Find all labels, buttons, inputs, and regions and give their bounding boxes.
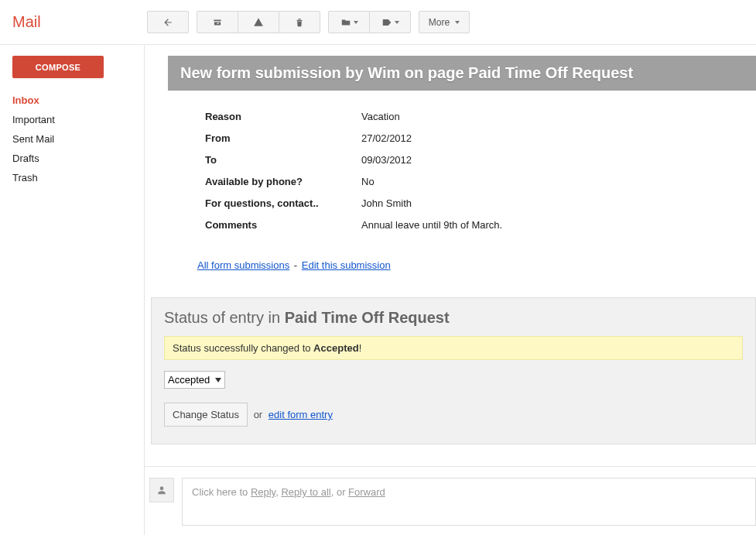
toolbar: More [144,11,470,33]
sidebar-item-trash[interactable]: Trash [12,168,144,187]
archive-button[interactable] [197,11,238,33]
field-row: To 09/03/2012 [205,154,756,166]
reply-all-link[interactable]: Reply to all [281,486,330,498]
delete-button[interactable] [279,11,320,33]
edit-form-entry-link[interactable]: edit form entry [269,409,333,420]
top-bar: Mail More [0,0,756,45]
status-select[interactable]: Accepted [164,371,225,389]
all-submissions-link[interactable]: All form submissions [197,259,289,271]
field-label: Comments [205,219,361,231]
field-label: Reason [205,111,361,122]
spam-icon [253,16,264,29]
app-brand: Mail [12,13,144,31]
field-row: Available by phone? No [205,176,756,187]
link-separator: - [294,259,297,271]
field-row: Comments Annual leave until 9th of March… [205,219,756,231]
move-to-button[interactable] [328,11,370,33]
form-fields: Reason Vacation From 27/02/2012 To 09/03… [168,111,756,231]
edit-submission-link[interactable]: Edit this submission [302,259,391,271]
back-button[interactable] [147,11,189,33]
field-row: Reason Vacation [205,111,756,122]
forward-link[interactable]: Forward [348,486,385,498]
person-icon [156,485,167,496]
avatar [149,478,174,502]
sidebar: COMPOSE Inbox Important Sent Mail Drafts… [0,45,144,535]
status-title-prefix: Status of entry in [164,309,285,326]
more-label: More [429,17,450,28]
folder-icon [340,16,351,29]
sidebar-item-drafts[interactable]: Drafts [12,149,144,168]
trash-icon [294,16,305,29]
action-group-1 [197,11,320,33]
reply-box[interactable]: Click here to Reply, Reply to all, or Fo… [182,478,756,526]
chevron-down-icon [395,21,399,24]
label-icon [381,16,392,29]
field-row: For questions, contact.. John Smith [205,197,756,209]
main-content: New form submission by Wim on page Paid … [144,45,756,535]
status-title-strong: Paid Time Off Request [285,309,450,326]
alert-suffix: ! [359,342,362,354]
message-header: New form submission by Wim on page Paid … [168,56,756,91]
back-arrow-icon [162,16,173,29]
field-label: For questions, contact.. [205,197,361,209]
layout: COMPOSE Inbox Important Sent Mail Drafts… [0,45,756,535]
change-status-button[interactable]: Change Status [164,403,248,427]
message-container: New form submission by Wim on page Paid … [145,45,756,526]
status-alert: Status successfully changed to Accepted! [164,336,743,360]
chevron-down-icon [354,21,358,24]
compose-button[interactable]: COMPOSE [12,56,104,78]
alert-prefix: Status successfully changed to [173,342,313,354]
field-value: Annual leave until 9th of March. [361,219,502,231]
sidebar-item-important[interactable]: Important [12,110,144,129]
status-panel: Status of entry in Paid Time Off Request… [151,297,756,444]
more-button[interactable]: More [419,11,470,33]
action-group-2 [328,11,411,33]
sidebar-item-sent[interactable]: Sent Mail [12,129,144,149]
field-value: 27/02/2012 [361,132,412,144]
archive-icon [212,16,223,29]
reply-prefix: Click here to [192,486,251,498]
field-label: From [205,132,361,144]
reply-sep2: , or [331,486,348,498]
field-value: Vacation [361,111,400,122]
field-label: To [205,154,361,166]
labels-button[interactable] [369,11,411,33]
report-spam-button[interactable] [238,11,279,33]
field-row: From 27/02/2012 [205,132,756,144]
chevron-down-icon [455,21,460,24]
field-value: John Smith [361,197,412,209]
field-value: 09/03/2012 [361,154,412,166]
status-title: Status of entry in Paid Time Off Request [164,309,743,327]
or-text: or [254,409,263,420]
status-actions: Change Status or edit form entry [164,403,743,427]
reply-link[interactable]: Reply [251,486,275,498]
field-label: Available by phone? [205,176,361,187]
sidebar-item-inbox[interactable]: Inbox [12,91,144,110]
field-value: No [361,176,375,187]
message-links: All form submissions - Edit this submiss… [168,241,756,271]
alert-strong: Accepted [313,342,359,354]
reply-row: Click here to Reply, Reply to all, or Fo… [145,466,756,526]
message-body: New form submission by Wim on page Paid … [168,56,756,286]
